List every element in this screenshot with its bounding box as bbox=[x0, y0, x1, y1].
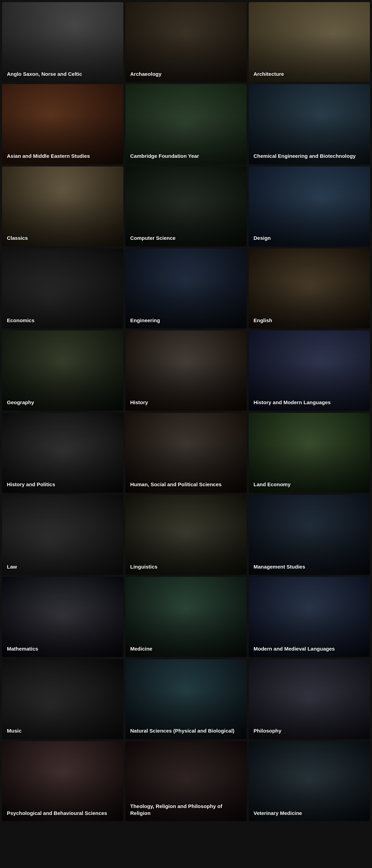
subject-card-human-social[interactable]: Human, Social and Political Sciences bbox=[125, 413, 247, 493]
subject-card-history-politics[interactable]: History and Politics bbox=[2, 413, 123, 493]
card-overlay bbox=[125, 413, 247, 493]
subject-card-cambridge-foundation[interactable]: Cambridge Foundation Year bbox=[125, 84, 247, 164]
subject-card-psychological[interactable]: Psychological and Behavioural Sciences bbox=[2, 741, 123, 821]
card-overlay bbox=[125, 577, 247, 657]
subject-card-chemical-engineering[interactable]: Chemical Engineering and Biotechnology bbox=[249, 84, 370, 164]
card-label: Cambridge Foundation Year bbox=[130, 153, 242, 160]
card-label: Veterinary Medicine bbox=[254, 810, 365, 817]
card-overlay bbox=[249, 413, 370, 493]
card-overlay bbox=[2, 2, 123, 82]
card-label: Linguistics bbox=[130, 563, 242, 570]
card-label: Psychological and Behavioural Sciences bbox=[7, 810, 118, 817]
subject-card-natural-sciences[interactable]: Natural Sciences (Physical and Biologica… bbox=[125, 659, 247, 739]
subject-card-economics[interactable]: Economics bbox=[2, 248, 123, 328]
subjects-grid: Anglo Saxon, Norse and CelticArchaeology… bbox=[0, 0, 372, 823]
subject-card-mathematics[interactable]: Mathematics bbox=[2, 577, 123, 657]
subject-card-philosophy[interactable]: Philosophy bbox=[249, 659, 370, 739]
card-label: Law bbox=[7, 563, 118, 570]
card-label: Theology, Religion and Philosophy of Rel… bbox=[130, 803, 242, 816]
card-label: Classics bbox=[7, 235, 118, 242]
card-label: Anglo Saxon, Norse and Celtic bbox=[7, 71, 118, 78]
subject-card-modern-medieval[interactable]: Modern and Medieval Languages bbox=[249, 577, 370, 657]
card-label: Human, Social and Political Sciences bbox=[130, 481, 242, 488]
subject-card-architecture[interactable]: Architecture bbox=[249, 2, 370, 82]
card-overlay bbox=[249, 659, 370, 739]
card-label: History and Modern Languages bbox=[254, 399, 365, 406]
card-label: Geography bbox=[7, 399, 118, 406]
card-label: Mathematics bbox=[7, 645, 118, 652]
card-label: Land Economy bbox=[254, 481, 365, 488]
card-overlay bbox=[125, 248, 247, 328]
card-overlay bbox=[2, 166, 123, 246]
card-overlay bbox=[2, 330, 123, 410]
card-overlay bbox=[249, 495, 370, 575]
subject-card-history[interactable]: History bbox=[125, 330, 247, 410]
subject-card-geography[interactable]: Geography bbox=[2, 330, 123, 410]
card-label: History bbox=[130, 399, 242, 406]
subject-card-medicine[interactable]: Medicine bbox=[125, 577, 247, 657]
card-overlay bbox=[249, 248, 370, 328]
card-label: Music bbox=[7, 727, 118, 734]
subject-card-asian[interactable]: Asian and Middle Eastern Studies bbox=[2, 84, 123, 164]
card-label: Medicine bbox=[130, 645, 242, 652]
card-overlay bbox=[2, 84, 123, 164]
card-overlay bbox=[125, 84, 247, 164]
card-overlay bbox=[2, 741, 123, 821]
card-overlay bbox=[125, 495, 247, 575]
card-label: Computer Science bbox=[130, 235, 242, 242]
card-label: Design bbox=[254, 235, 365, 242]
subject-card-history-modern-languages[interactable]: History and Modern Languages bbox=[249, 330, 370, 410]
card-label: Natural Sciences (Physical and Biologica… bbox=[130, 727, 242, 734]
card-overlay bbox=[249, 2, 370, 82]
subject-card-land-economy[interactable]: Land Economy bbox=[249, 413, 370, 493]
card-label: Economics bbox=[7, 317, 118, 324]
subject-card-management[interactable]: Management Studies bbox=[249, 495, 370, 575]
subject-card-computer-science[interactable]: Computer Science bbox=[125, 166, 247, 246]
card-label: Engineering bbox=[130, 317, 242, 324]
card-overlay bbox=[125, 166, 247, 246]
card-label: Philosophy bbox=[254, 727, 365, 734]
card-overlay bbox=[125, 2, 247, 82]
subject-card-music[interactable]: Music bbox=[2, 659, 123, 739]
card-label: English bbox=[254, 317, 365, 324]
subject-card-engineering[interactable]: Engineering bbox=[125, 248, 247, 328]
card-overlay bbox=[2, 248, 123, 328]
subject-card-design[interactable]: Design bbox=[249, 166, 370, 246]
card-label: Archaeology bbox=[130, 71, 242, 78]
card-overlay bbox=[2, 577, 123, 657]
card-label: Chemical Engineering and Biotechnology bbox=[254, 153, 365, 160]
card-label: Modern and Medieval Languages bbox=[254, 645, 365, 652]
card-overlay bbox=[125, 330, 247, 410]
card-overlay bbox=[249, 741, 370, 821]
card-overlay bbox=[2, 659, 123, 739]
subject-card-english[interactable]: English bbox=[249, 248, 370, 328]
card-label: Asian and Middle Eastern Studies bbox=[7, 153, 118, 160]
card-overlay bbox=[249, 577, 370, 657]
card-overlay bbox=[249, 166, 370, 246]
subject-card-veterinary[interactable]: Veterinary Medicine bbox=[249, 741, 370, 821]
subject-card-anglo-saxon[interactable]: Anglo Saxon, Norse and Celtic bbox=[2, 2, 123, 82]
card-label: Management Studies bbox=[254, 563, 365, 570]
card-overlay bbox=[125, 659, 247, 739]
card-overlay bbox=[249, 330, 370, 410]
card-label: Architecture bbox=[254, 71, 365, 78]
card-overlay bbox=[249, 84, 370, 164]
subject-card-classics[interactable]: Classics bbox=[2, 166, 123, 246]
subject-card-archaeology[interactable]: Archaeology bbox=[125, 2, 247, 82]
card-label: History and Politics bbox=[7, 481, 118, 488]
subject-card-theology[interactable]: Theology, Religion and Philosophy of Rel… bbox=[125, 741, 247, 821]
card-overlay bbox=[2, 495, 123, 575]
subject-card-linguistics[interactable]: Linguistics bbox=[125, 495, 247, 575]
card-overlay bbox=[2, 413, 123, 493]
subject-card-law[interactable]: Law bbox=[2, 495, 123, 575]
